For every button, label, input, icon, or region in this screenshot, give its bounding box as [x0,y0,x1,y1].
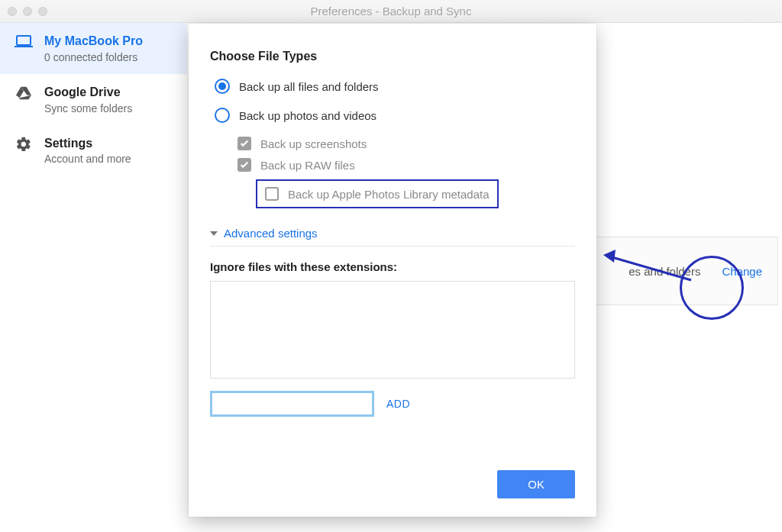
titlebar: Preferences - Backup and Sync [0,0,782,23]
sidebar-item-sub: Account and more [44,153,131,165]
ignored-extensions-list [210,281,575,379]
radio-label: Back up all files and folders [239,80,379,93]
dialog-heading: Choose File Types [210,50,575,63]
radio-label: Back up photos and videos [239,109,376,122]
sidebar-item-sub: Sync some folders [44,102,132,114]
sidebar-item-google-drive[interactable]: Google Drive Sync some folders [0,74,187,125]
radio-icon [215,79,230,94]
checkbox-raw-files[interactable]: Back up RAW files [238,158,575,172]
checkbox-screenshots[interactable]: Back up screenshots [238,137,575,150]
window-controls [0,7,47,16]
checkbox-label: Back up screenshots [260,137,367,150]
checkbox-apple-photos-metadata[interactable]: Back up Apple Photos Library metadata [265,187,490,201]
laptop-icon [14,34,34,50]
add-extension-button[interactable]: ADD [386,398,410,410]
radio-backup-all[interactable]: Back up all files and folders [215,79,575,94]
checkbox-icon [238,137,251,150]
svg-marker-4 [20,95,31,99]
sidebar-item-title: Google Drive [44,85,132,101]
svg-rect-1 [15,46,33,47]
ok-button[interactable]: OK [497,470,575,498]
gear-icon [14,136,34,153]
minimize-window-icon[interactable] [23,7,32,16]
sidebar-item-title: My MacBook Pro [44,34,143,50]
checkbox-label: Back up Apple Photos Library metadata [288,188,490,201]
window-title: Preferences - Backup and Sync [0,5,782,18]
checkbox-label: Back up RAW files [260,159,355,172]
svg-rect-0 [17,36,31,45]
checkbox-icon [265,187,279,201]
change-link[interactable]: Change [722,265,762,278]
advanced-settings-toggle[interactable]: Advanced settings [210,227,575,247]
background-text-fragment: es and folders [629,265,700,278]
sidebar-item-my-macbook-pro[interactable]: My MacBook Pro 0 connected folders [0,23,187,74]
advanced-settings-label: Advanced settings [224,227,318,240]
close-window-icon[interactable] [8,7,17,16]
ignore-extensions-label: Ignore files with these extensions: [210,260,575,273]
chevron-down-icon [210,231,218,236]
annotation-highlight-box: Back up Apple Photos Library metadata [256,179,499,208]
sidebar-item-sub: 0 connected folders [44,51,143,63]
checkbox-icon [238,158,251,172]
google-drive-icon [14,85,34,102]
choose-file-types-dialog: Choose File Types Back up all files and … [189,24,596,517]
radio-backup-photos-videos[interactable]: Back up photos and videos [215,108,575,123]
radio-icon [215,108,230,123]
sidebar-item-title: Settings [44,136,131,152]
zoom-window-icon[interactable] [38,7,47,16]
sidebar-item-settings[interactable]: Settings Account and more [0,125,187,176]
extension-input[interactable] [210,391,374,417]
sidebar: My MacBook Pro 0 connected folders Googl… [0,23,187,532]
